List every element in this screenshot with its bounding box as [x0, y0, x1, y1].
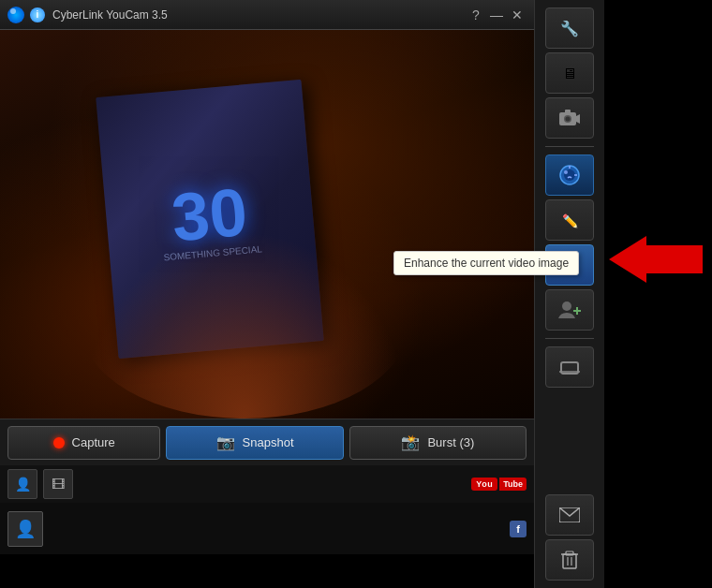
- help-button[interactable]: ?: [467, 6, 485, 24]
- tooltip-text: Enhance the current video image: [404, 257, 569, 270]
- youtube-icon: You: [471, 478, 497, 491]
- tooltip: Enhance the current video image: [393, 251, 579, 275]
- update-icon[interactable]: i: [30, 7, 45, 22]
- svg-marker-5: [576, 114, 580, 124]
- video-scene: 30 SOMETHING SPECIAL: [0, 30, 534, 419]
- person-thumb[interactable]: 👤: [7, 511, 43, 547]
- sidebar-separator-2: [545, 338, 594, 339]
- svg-marker-0: [609, 236, 703, 283]
- trash-icon: [561, 551, 578, 569]
- youtube-area: You Tube: [471, 478, 527, 491]
- title-controls: ? — ✕: [467, 6, 527, 24]
- pencil-icon: [562, 211, 578, 230]
- snapshot-button[interactable]: 📷 Snapshot: [166, 426, 343, 460]
- svg-rect-4: [565, 110, 571, 113]
- effects-icon: [558, 164, 581, 186]
- camera-icon: [559, 110, 580, 126]
- youtube-tube: Tube: [499, 478, 527, 491]
- snapshot-label: Snapshot: [243, 435, 294, 449]
- red-arrow: [609, 236, 703, 283]
- sidebar-separator-1: [545, 146, 594, 147]
- bottom-icons: 👤 f: [0, 503, 534, 554]
- close-button[interactable]: ✕: [508, 6, 527, 24]
- svg-point-3: [566, 117, 571, 122]
- screen-icon: [562, 64, 577, 83]
- bottom-bar: Capture 📷 Snapshot 📸 Burst (3): [0, 419, 534, 465]
- thumb-item-2[interactable]: 🎞: [43, 469, 73, 499]
- youtube-button[interactable]: You Tube: [471, 478, 527, 491]
- svg-point-8: [564, 170, 568, 174]
- minimize-button[interactable]: —: [487, 6, 506, 24]
- effects-button[interactable]: [545, 154, 594, 196]
- record-dot: [53, 437, 65, 448]
- delete-button[interactable]: [545, 539, 594, 581]
- svg-rect-22: [563, 554, 576, 568]
- eraser-icon: [559, 359, 580, 375]
- burst-cam-icon: 📸: [401, 434, 420, 451]
- hand-overlay: [81, 231, 408, 419]
- clear-button[interactable]: [545, 346, 594, 388]
- screen-button[interactable]: [545, 52, 594, 94]
- pencil-button[interactable]: [545, 199, 594, 241]
- email-button[interactable]: [545, 494, 594, 536]
- svg-point-16: [562, 301, 571, 311]
- capture-button[interactable]: Capture: [7, 426, 160, 460]
- app-icon: [7, 7, 24, 23]
- sidebar: +: [534, 0, 604, 588]
- settings-button[interactable]: [545, 7, 594, 49]
- titlebar: i CyberLink YouCam 3.5 ? — ✕: [0, 0, 534, 30]
- facebook-button[interactable]: f: [510, 521, 527, 537]
- add-user-icon: [558, 300, 581, 320]
- burst-label: Burst (3): [427, 435, 474, 449]
- facebook-area: f: [510, 521, 527, 537]
- add-user-button[interactable]: [545, 289, 594, 331]
- thumb-strip: 👤 🎞 You Tube: [0, 465, 534, 503]
- email-icon: [559, 507, 580, 522]
- capture-label: Capture: [72, 435, 115, 449]
- video-area: 30 SOMETHING SPECIAL: [0, 30, 534, 419]
- svg-rect-26: [566, 551, 573, 555]
- camera-mode-button[interactable]: [545, 97, 594, 139]
- app-title: CyberLink YouCam 3.5: [52, 8, 467, 22]
- wrench-icon: [560, 19, 579, 38]
- burst-button[interactable]: 📸 Burst (3): [349, 426, 527, 460]
- snapshot-cam-icon: 📷: [216, 434, 235, 451]
- thumb-item-1[interactable]: 👤: [7, 469, 37, 499]
